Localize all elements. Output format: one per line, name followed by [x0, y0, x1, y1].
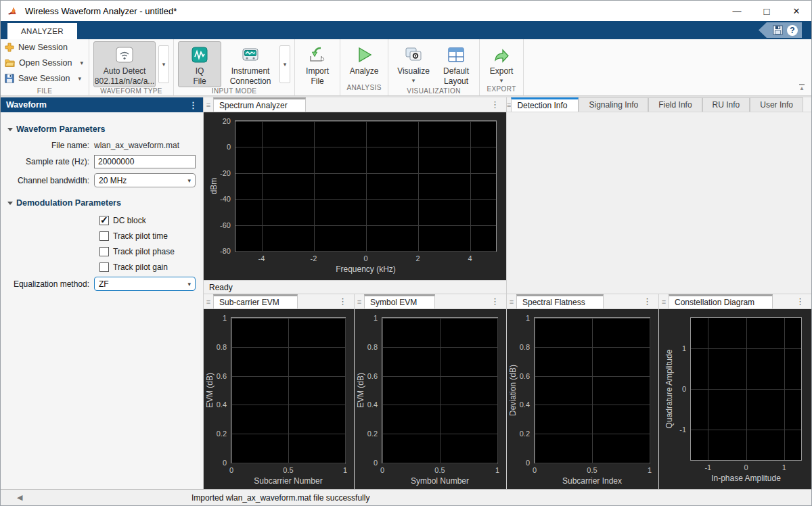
open-session-button[interactable]: Open Session ▾ [2, 56, 86, 69]
quick-access-toolbar: ? [759, 22, 802, 38]
import-file-button[interactable]: Import File [299, 41, 336, 87]
tab-symbol-evm[interactable]: Symbol EVM [364, 294, 435, 308]
constellation-tabbar: ≡ Constellation Diagram ⋮ [659, 294, 811, 309]
new-session-label: New Session [18, 43, 68, 52]
spectral-flatness-menu-icon[interactable]: ⋮ [636, 294, 658, 308]
subcarrier-evm-plot[interactable]: 00.5100.20.40.60.81Subcarrier NumberEVM … [204, 309, 354, 489]
close-button[interactable]: ✕ [782, 1, 811, 21]
symbol-evm-plot[interactable]: 00.5100.20.40.60.81Symbol NumberEVM (dB) [355, 309, 506, 489]
tab-spectral-flatness[interactable]: Spectral Flatness [516, 294, 604, 308]
track-pilot-gain-checkbox[interactable] [99, 262, 109, 272]
x-axis-label: Symbol Number [411, 476, 469, 486]
demodulation-parameters-section[interactable]: Demodulation Parameters [7, 198, 196, 208]
x-gridline [382, 318, 383, 463]
y-gridline [382, 376, 497, 377]
help-button[interactable]: ? [787, 25, 798, 36]
waveform-panel-menu-icon[interactable]: ⋮ [189, 100, 198, 110]
window-title: Wireless Waveform Analyzer - untitled* [25, 6, 177, 16]
grip-icon[interactable]: ≡ [355, 294, 364, 308]
export-button[interactable]: Export ▾ [484, 41, 519, 85]
tab-constellation-diagram[interactable]: Constellation Diagram [669, 294, 773, 308]
input-mode-dropdown-button[interactable]: ▾ [279, 45, 290, 83]
iq-file-button[interactable]: IQ File [178, 41, 221, 87]
symbol-evm-menu-icon[interactable]: ⋮ [484, 294, 506, 308]
tab-user-info[interactable]: User Info [750, 97, 803, 112]
y-gridline [231, 347, 345, 348]
tab-signaling-info[interactable]: Signaling Info [579, 97, 648, 112]
detection-info-label: Detection Info [517, 101, 567, 110]
visualize-button[interactable]: Visualize ▾ [392, 41, 434, 87]
spectrum-plot[interactable]: -4-2024200-20-40-60-80Frequency (kHz)dBm [204, 112, 506, 280]
ribbon-collapse-icon[interactable]: ▲ [799, 84, 805, 91]
grip-icon[interactable]: ≡ [659, 294, 669, 308]
spectrum-tabbar: ≡ Spectrum Analyzer ⋮ [204, 97, 506, 112]
track-pilot-time-label: Track pilot time [113, 231, 168, 241]
channel-bandwidth-dropdown[interactable]: 20 MHz ▾ [94, 173, 196, 187]
save-session-button[interactable]: Save Session ▾ [2, 72, 86, 85]
sample-rate-label: Sample rate (Hz): [6, 157, 94, 166]
y-axis-label: Deviation (dB) [508, 365, 518, 416]
ribbon: New Session Open Session ▾ [1, 39, 811, 96]
toolstrip-tab-row: ANALYZER ? [1, 21, 811, 39]
x-gridline [592, 318, 593, 463]
grip-icon[interactable]: ≡ [507, 294, 516, 308]
constellation-plot[interactable]: -10110-1In-phase AmplitudeQuadrature Amp… [659, 309, 811, 489]
save-icon[interactable] [773, 25, 783, 35]
auto-detect-button[interactable]: Auto Detect 802.11a/n/ac/a... [93, 41, 156, 87]
sample-rate-row: Sample rate (Hz): [6, 155, 196, 168]
input-mode-section-label: INPUT MODE [174, 87, 294, 97]
ribbon-section-export: Export ▾ EXPORT [480, 39, 524, 95]
tab-field-info[interactable]: Field Info [648, 97, 702, 112]
instrument-label-1: Instrument [231, 66, 270, 76]
waveform-panel-body: Waveform Parameters File name: wlan_ax_w… [1, 112, 203, 489]
maximize-button[interactable]: □ [752, 1, 782, 21]
spectrum-tab-label: Spectrum Analyzer [219, 101, 288, 110]
y-tick-label: 0 [526, 459, 530, 467]
sample-rate-input[interactable] [94, 155, 196, 168]
track-pilot-phase-row: Track pilot phase [99, 246, 196, 257]
info-panel-menu-icon[interactable]: ⋮ [803, 97, 812, 112]
spectral-flatness-plot[interactable]: 00.5100.20.40.60.81Subcarrier IndexDevia… [507, 309, 658, 489]
y-gridline [235, 251, 496, 252]
grip-icon[interactable]: ≡ [204, 97, 213, 112]
grip-icon[interactable]: ≡ [204, 294, 213, 308]
spectrum-panel-menu-icon[interactable]: ⋮ [484, 97, 506, 112]
ribbon-section-file: New Session Open Session ▾ [1, 39, 89, 95]
x-gridline [231, 318, 232, 463]
analyze-button[interactable]: Analyze [344, 41, 384, 84]
tab-detection-info[interactable]: Detection Info [511, 97, 579, 112]
minimize-button[interactable]: — [722, 1, 752, 21]
y-gridline [231, 318, 345, 319]
default-layout-button[interactable]: Default Layout [437, 41, 475, 87]
y-tick-label: 1 [526, 314, 530, 322]
y-tick-label: 0 [227, 143, 231, 151]
visualization-section-label: VISUALIZATION [388, 87, 479, 97]
tab-ru-info[interactable]: RU Info [702, 97, 750, 112]
instrument-connection-button[interactable]: Instrument Connection [224, 41, 277, 87]
collapse-triangle-icon [7, 128, 13, 131]
track-pilot-phase-checkbox[interactable] [99, 247, 109, 256]
field-info-label: Field Info [658, 100, 692, 110]
subcarrier-evm-menu-icon[interactable]: ⋮ [332, 294, 354, 308]
dc-block-checkbox[interactable] [99, 216, 109, 225]
open-session-dropdown-icon[interactable]: ▾ [81, 60, 84, 66]
new-session-button[interactable]: New Session [2, 41, 86, 53]
tab-subcarrier-evm[interactable]: Sub-carrier EVM [213, 294, 298, 308]
waveform-type-dropdown-button[interactable]: ▾ [158, 45, 169, 83]
x-tick-label: -4 [258, 254, 265, 262]
statusbar-collapse-icon[interactable]: ◀ [1, 493, 39, 502]
save-session-dropdown-icon[interactable]: ▾ [78, 75, 81, 82]
analysis-section-label: ANALYSIS [340, 84, 388, 95]
spectrum-status-bar: Ready [204, 280, 506, 294]
track-pilot-time-checkbox[interactable] [99, 231, 109, 241]
y-gridline [382, 434, 497, 434]
spectral-flatness-label: Spectral Flatness [522, 298, 585, 307]
equalization-method-dropdown[interactable]: ZF ▾ [94, 277, 196, 291]
instrument-label-2: Connection [230, 76, 271, 87]
chevron-down-icon: ▾ [187, 177, 191, 184]
tab-spectrum-analyzer[interactable]: Spectrum Analyzer [213, 97, 306, 112]
constellation-menu-icon[interactable]: ⋮ [789, 294, 811, 308]
waveform-parameters-section[interactable]: Waveform Parameters [7, 124, 196, 134]
titlebar: Wireless Waveform Analyzer - untitled* —… [1, 1, 811, 21]
tab-analyzer[interactable]: ANALYZER [7, 23, 77, 39]
